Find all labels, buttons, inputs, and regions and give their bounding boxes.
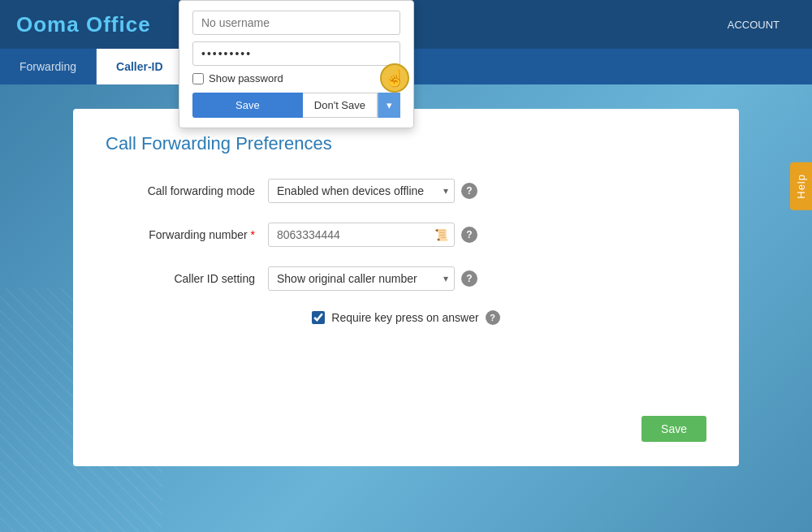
dialog-dropdown-button[interactable]: ▾ — [378, 93, 400, 118]
password-dialog: Show password Save Don't Save ▾ — [179, 0, 414, 128]
show-password-checkbox[interactable] — [192, 73, 204, 84]
show-password-label: Show password — [209, 72, 283, 84]
password-input[interactable] — [192, 41, 400, 66]
dialog-buttons: Save Don't Save ▾ — [192, 93, 400, 118]
username-input[interactable] — [192, 11, 400, 35]
dialog-save-button[interactable]: Save — [192, 93, 303, 118]
dialog-dont-save-button[interactable]: Don't Save — [303, 93, 378, 118]
show-password-row: Show password — [192, 72, 400, 84]
dialog-overlay: Show password Save Don't Save ▾ ☝ — [0, 0, 812, 532]
